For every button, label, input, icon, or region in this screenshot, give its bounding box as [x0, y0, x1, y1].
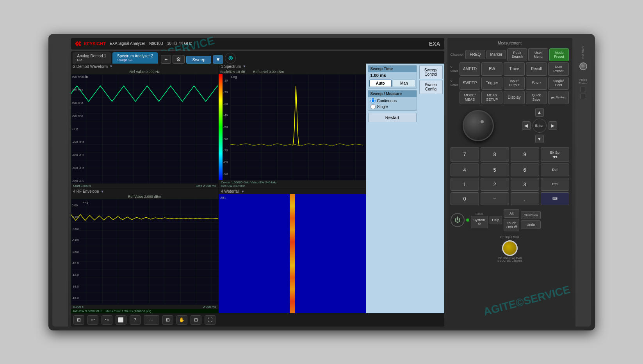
- tab-spectrum-analyzer[interactable]: Spectrum Analyzer 2 Swept SA: [112, 52, 158, 64]
- user-menu-button[interactable]: UserMenu: [528, 48, 548, 62]
- panel2-scale-row: Scale/Div 10 dB Ref Level 0.00 dBm: [219, 69, 366, 74]
- backspace-button[interactable]: Bk Sp◀◀: [541, 147, 569, 162]
- alt-button[interactable]: Alt: [504, 209, 519, 218]
- sweep-control-button[interactable]: Sweep/Control: [419, 65, 443, 79]
- help-button[interactable]: ?: [130, 315, 141, 325]
- continuous-radio[interactable]: [370, 98, 376, 103]
- num-9-button[interactable]: 9: [511, 147, 539, 162]
- trigger-button[interactable]: Trigger: [481, 77, 502, 90]
- panel2-dropdown[interactable]: ▼: [242, 64, 246, 68]
- panel1-dropdown[interactable]: ▼: [109, 64, 113, 68]
- window-capture-button[interactable]: ⬜: [116, 315, 126, 325]
- redo-icon: ↪: [105, 317, 109, 323]
- peak-search-button[interactable]: PeakSearch: [507, 48, 527, 62]
- nav-up-button[interactable]: ▲: [535, 108, 544, 117]
- sweep-dropdown-button[interactable]: ▼: [213, 55, 223, 64]
- probe-connector-1[interactable]: [581, 87, 586, 92]
- quick-save-button[interactable]: QuickSave: [526, 91, 547, 104]
- amptd-button[interactable]: AMPTD: [460, 62, 481, 76]
- mode-row: MODE/MEAS MEASSETUP Display QuickSave ⏮ …: [451, 91, 569, 104]
- num-1-button[interactable]: 1: [451, 178, 479, 191]
- freq-button[interactable]: FREQ: [465, 50, 485, 59]
- num-8-button[interactable]: 8: [481, 147, 509, 162]
- windows-icon: ⊞: [77, 317, 81, 323]
- bw-button[interactable]: BW: [481, 62, 502, 76]
- sweep-radio-group: Continuous Single: [368, 97, 417, 110]
- num-5-button[interactable]: 5: [481, 163, 509, 176]
- keyboard-button[interactable]: ⌨: [541, 192, 569, 205]
- panel4-title: 4 Waterfall: [221, 189, 239, 194]
- num-7-button[interactable]: 7: [451, 147, 479, 162]
- panel4-dropdown[interactable]: ▼: [241, 190, 244, 194]
- ext-mixer-connector[interactable]: [579, 62, 587, 70]
- num-6-button[interactable]: 6: [511, 163, 539, 176]
- settings-button[interactable]: ⚙: [173, 55, 185, 64]
- dot-button[interactable]: .: [511, 192, 539, 205]
- touch-button[interactable]: TouchOn/Off: [504, 219, 519, 231]
- system-button[interactable]: System⚙: [471, 216, 488, 228]
- sweep-man-button[interactable]: Man: [393, 80, 415, 87]
- knob-nav-row: ▲ ▼ ◀ ▶ Enter: [451, 108, 569, 143]
- minus-button[interactable]: −: [481, 192, 509, 205]
- del-button[interactable]: Del: [541, 163, 569, 176]
- ctrl-button[interactable]: Ctrl: [541, 178, 569, 191]
- panel4-header: 4 Waterfall ▼: [219, 188, 366, 194]
- mode-meas-button[interactable]: MODE/MEAS: [460, 91, 481, 104]
- redo-button[interactable]: ↪: [102, 315, 112, 325]
- tab-analog-demod[interactable]: Analog Demod 1 FM: [73, 52, 111, 64]
- num-0-button[interactable]: 0: [451, 192, 479, 205]
- channel-label: Channel: [451, 53, 464, 57]
- rf-connector[interactable]: [502, 240, 518, 256]
- num-2-button[interactable]: 2: [481, 178, 509, 191]
- instrument-freq-range: 10 Hz-44 GHz: [167, 41, 192, 46]
- meas-setup-button[interactable]: MEASSETUP: [481, 91, 502, 104]
- nav-down-button[interactable]: ▼: [535, 135, 544, 143]
- num-4-button[interactable]: 4: [451, 163, 479, 176]
- sweep-config-button[interactable]: SweepConfig: [419, 80, 443, 94]
- sweep-auto-button[interactable]: Auto: [369, 80, 392, 87]
- panel1-y-axis: 800 kHz600 kHz400 kHz200 kHz 0 Hz -200 k…: [72, 74, 84, 184]
- panel3-ref: Ref Value 2.000 dBm: [71, 194, 219, 199]
- nav-left-button[interactable]: ◀: [522, 121, 531, 130]
- display-button[interactable]: Display: [504, 91, 525, 104]
- power-button[interactable]: ⏻: [451, 213, 465, 227]
- single-cont-button[interactable]: Single/Cont: [548, 77, 569, 90]
- restart-ctrl-button[interactable]: ⏮ Restart: [548, 91, 569, 104]
- trace-button[interactable]: Trace: [504, 62, 525, 76]
- message-button[interactable]: ···: [144, 315, 159, 325]
- main-knob[interactable]: [463, 110, 494, 141]
- input-output-button[interactable]: Input/Output: [504, 77, 525, 90]
- spinner-button[interactable]: ⊛: [225, 53, 236, 64]
- user-preset-button[interactable]: UserPreset: [548, 62, 569, 76]
- restart-label: Restart: [556, 96, 566, 99]
- restart-button[interactable]: Restart: [368, 113, 417, 122]
- pointer-button[interactable]: ✋: [176, 315, 187, 325]
- save-button[interactable]: Save: [526, 77, 547, 90]
- panel3-dropdown[interactable]: ▼: [101, 190, 104, 194]
- add-panel-button[interactable]: +: [161, 55, 171, 64]
- grid4-button[interactable]: ⊞: [162, 315, 173, 325]
- undo-ctrl-button[interactable]: Undo: [521, 220, 540, 229]
- probe-connector-2[interactable]: [581, 94, 586, 99]
- windows-button[interactable]: ⊞: [73, 315, 84, 325]
- undo-button[interactable]: ↩: [87, 315, 98, 325]
- nav-right-button[interactable]: ▶: [549, 121, 557, 130]
- continuous-option[interactable]: Continuous: [370, 98, 414, 103]
- marker-button[interactable]: Marker: [486, 50, 506, 59]
- recall-button[interactable]: Recall: [526, 62, 547, 76]
- mode-preset-button[interactable]: ModePreset: [549, 48, 569, 62]
- ctrl-redo-button[interactable]: Ctrl+Redo: [521, 211, 540, 219]
- split-button[interactable]: ⊟: [191, 315, 201, 325]
- single-radio[interactable]: [370, 104, 376, 109]
- panel-spectrum: 1 Spectrum ▼ Scale/Div 10 dB Ref Level 0…: [219, 64, 366, 188]
- fullscreen-button[interactable]: ⛶: [205, 315, 216, 325]
- enter-button[interactable]: Enter: [533, 119, 547, 133]
- sweep-ctrl-button[interactable]: SWEEP: [460, 77, 481, 90]
- spinner-icon: ⊛: [228, 54, 233, 62]
- sweep-time-label: Sweep Time: [368, 66, 417, 72]
- sweep-button[interactable]: Sweep: [186, 56, 211, 64]
- help-ctrl-button[interactable]: Help: [490, 216, 502, 224]
- single-option[interactable]: Single: [370, 104, 414, 109]
- num-3-button[interactable]: 3: [511, 178, 539, 191]
- split-icon: ⊟: [194, 317, 198, 323]
